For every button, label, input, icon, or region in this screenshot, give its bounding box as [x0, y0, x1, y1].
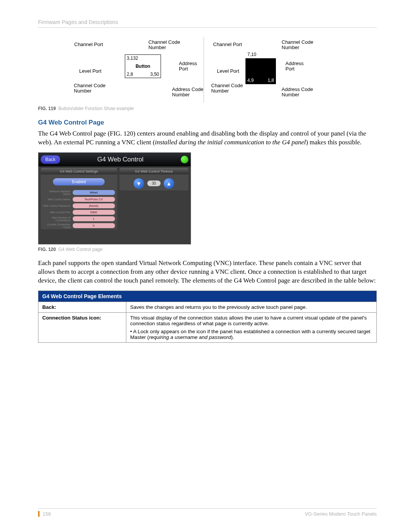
- diagram-divider: [204, 37, 204, 102]
- button-box-tl: 3,132: [127, 56, 138, 61]
- ui-timeout-up-button[interactable]: ▲: [164, 178, 174, 189]
- table-row1-bullet-italic: requiring a username and password: [149, 334, 231, 340]
- label-channel-port-left: Channel Port: [74, 42, 103, 47]
- ui-setting-label: Web Control Password: [43, 204, 70, 207]
- label-channel-code-bottom-left: Channel CodeNumber: [74, 83, 105, 94]
- ui-timeout-down-button[interactable]: ▼: [134, 178, 144, 189]
- connection-status-icon: [181, 156, 188, 163]
- ui-setting-value[interactable]: TechPubs CV: [73, 197, 115, 202]
- page-number: 156: [38, 511, 51, 517]
- table-header: G4 Web Control Page Elements: [38, 291, 377, 302]
- table-row: Connection Status icon: This visual disp…: [38, 312, 377, 342]
- ui-title: G4 Web Control: [97, 156, 144, 163]
- label-channel-code-bottom-right: Channel CodeNumber: [211, 83, 243, 94]
- page-footer: 156 VG-Series Modero Touch Panels: [38, 508, 377, 517]
- ui-setting-label: Max Number of Connections: [43, 216, 70, 222]
- ui-setting-label: Web Control Port: [43, 211, 70, 214]
- ui-pane-settings: G4 Web Control Settings Enabled Network …: [41, 168, 117, 229]
- para1-italic: installed during the initial communicati…: [155, 139, 306, 146]
- ui-pane-timeout: G4 Web Control Timeout ▼ 30 ▲: [119, 168, 188, 190]
- label-channel-port-right: Channel Port: [213, 42, 242, 47]
- fig-119-num: FIG. 119: [38, 106, 56, 111]
- slider-box-tl: 7,10: [247, 52, 256, 57]
- ui-setting-row: Network Interface SelectWired: [41, 189, 117, 196]
- ui-enabled-button[interactable]: Enabled: [53, 178, 105, 185]
- fig-120-caption: FIG. 120 G4 Web Control page: [38, 247, 377, 252]
- para-g4-intro: The G4 Web Control page (FIG. 120) cente…: [38, 129, 377, 147]
- ui-setting-value[interactable]: 1: [73, 216, 115, 221]
- table-row0-label: Back:: [38, 302, 126, 312]
- para-vnc-desc: Each panel supports the open standard Vi…: [38, 259, 377, 285]
- ui-setting-row: Max Number of Connections1: [41, 216, 117, 222]
- g4-elements-table: G4 Web Control Page Elements Back: Saves…: [38, 291, 377, 343]
- label-channel-code-top-right: Channel CodeNumber: [282, 40, 313, 51]
- label-address-code-right: Address CodeNumber: [282, 87, 313, 98]
- button-box-title: Button: [125, 64, 161, 69]
- ui-pane-settings-header: G4 Web Control Settings: [41, 168, 117, 174]
- ui-setting-value[interactable]: 0: [73, 223, 115, 228]
- fig-120-text: G4 Web Control page: [58, 247, 102, 252]
- ui-setting-label: Current Connection Count: [43, 223, 70, 228]
- slider-box-br: 1,8: [268, 78, 274, 83]
- button-box-bl: 2,8: [127, 72, 133, 77]
- ui-setting-label: Network Interface Select: [43, 190, 70, 195]
- table-row1-bullet-post: ).: [231, 334, 234, 340]
- doc-title: VG-Series Modero Touch Panels: [305, 511, 377, 517]
- para1-post: ) makes this possible.: [306, 139, 362, 146]
- fig-119-text: Button/slider Function Show example: [58, 106, 134, 111]
- table-row: Back: Saves the changes and returns you …: [38, 302, 377, 312]
- ui-setting-row: Web Control Password(None): [41, 203, 117, 209]
- slider-box-bl: 4,9: [247, 78, 254, 83]
- slider-box-title: Slider: [261, 64, 273, 69]
- label-level-port-left: Level Port: [79, 69, 102, 74]
- slider-box: 7,10 Slider 4,9 1,8: [245, 58, 276, 84]
- section-title-g4-web-control: G4 Web Control Page: [38, 119, 377, 126]
- label-address-code-left: Address CodeNumber: [172, 87, 203, 98]
- fig-119-caption: FIG. 119 Button/slider Function Show exa…: [38, 106, 377, 111]
- table-row1-desc: This visual display of the connection st…: [126, 312, 377, 342]
- ui-setting-row: Web Control NameTechPubs CV: [41, 196, 117, 203]
- label-address-port-right: AddressPort: [285, 61, 304, 72]
- ui-timeout-value: 30: [147, 181, 161, 186]
- button-box-br: 3,50: [150, 72, 159, 77]
- table-row1-desc-main: This visual display of the connection st…: [130, 315, 367, 326]
- ui-setting-value[interactable]: Wired: [73, 190, 115, 195]
- ui-back-button[interactable]: Back: [41, 155, 60, 164]
- ui-setting-row: Current Connection Count0: [41, 222, 117, 229]
- label-level-port-right: Level Port: [217, 69, 239, 74]
- ui-pane-timeout-header: G4 Web Control Timeout: [119, 168, 188, 174]
- button-slider-diagram: Channel Port Channel CodeNumber Level Po…: [38, 37, 377, 102]
- fig-120-num: FIG. 120: [38, 247, 56, 252]
- g4-web-control-screenshot: Back G4 Web Control G4 Web Control Setti…: [38, 152, 191, 244]
- section-header: Firmware Pages and Descriptions: [38, 19, 377, 28]
- table-row0-desc: Saves the changes and returns you to the…: [126, 302, 377, 312]
- button-box: 3,132 Button 2,8 3,50: [125, 54, 161, 78]
- ui-setting-label: Web Control Name: [43, 198, 70, 201]
- ui-setting-value[interactable]: 5900: [73, 210, 115, 215]
- ui-setting-value[interactable]: (None): [73, 203, 115, 208]
- ui-setting-row: Web Control Port5900: [41, 209, 117, 216]
- label-address-port-left: AddressPort: [179, 61, 197, 72]
- ui-titlebar: Back G4 Web Control: [38, 153, 191, 166]
- label-channel-code-top-left: Channel CodeNumber: [148, 40, 180, 51]
- table-row1-label: Connection Status icon:: [38, 312, 126, 342]
